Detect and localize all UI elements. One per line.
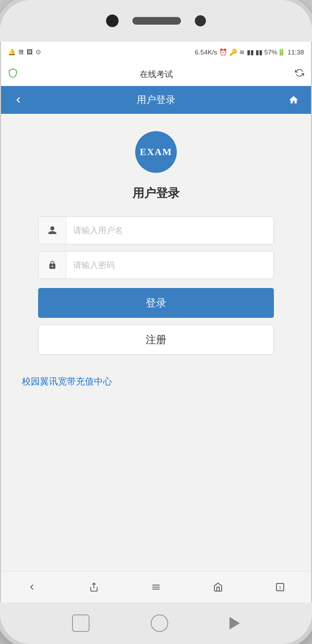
nav-bar: 用户登录 bbox=[1, 86, 311, 114]
login-button[interactable]: 登录 bbox=[38, 288, 274, 318]
browser-bar: 1 bbox=[1, 571, 311, 602]
shield-icon bbox=[8, 68, 18, 80]
nav-title: 用户登录 bbox=[137, 93, 175, 107]
user-icon bbox=[38, 217, 66, 244]
battery-level: 57% bbox=[264, 49, 277, 56]
register-button[interactable]: 注册 bbox=[38, 325, 274, 355]
home-button[interactable] bbox=[285, 91, 303, 109]
image-icon: 🖼 bbox=[27, 49, 33, 56]
logo-text: EXAM bbox=[140, 146, 172, 158]
svg-text:1: 1 bbox=[279, 585, 281, 589]
network-speed: 6.54K/s bbox=[195, 49, 217, 56]
url-text: 在线考试 bbox=[22, 69, 291, 80]
clock-icon: ⊙ bbox=[36, 48, 41, 56]
browser-share-button[interactable] bbox=[84, 577, 104, 598]
bottom-circle-btn bbox=[151, 615, 168, 632]
bottom-square-btn bbox=[72, 615, 89, 632]
screen: 🔔 微 🖼 ⊙ 6.54K/s ⏰ 🔑 ≋ ▮▮ ▮▮ 57%🔋 11:38 在… bbox=[0, 42, 312, 602]
status-center: 6.54K/s ⏰ 🔑 ≋ ▮▮ ▮▮ 57%🔋 11:38 bbox=[195, 48, 304, 56]
login-form: 登录 注册 bbox=[38, 217, 274, 355]
lock-icon bbox=[38, 252, 66, 279]
browser-tabs-button[interactable]: 1 bbox=[270, 577, 291, 598]
password-input[interactable] bbox=[66, 252, 274, 279]
app-logo: EXAM bbox=[135, 131, 177, 173]
username-input-group bbox=[38, 217, 274, 244]
speaker bbox=[132, 17, 181, 25]
bottom-triangle-btn bbox=[229, 617, 240, 629]
weibo-icon: 微 bbox=[18, 49, 24, 56]
back-button[interactable] bbox=[9, 91, 27, 109]
time: 11:38 bbox=[287, 49, 304, 56]
front-camera-icon bbox=[106, 15, 119, 27]
refresh-icon[interactable] bbox=[295, 68, 304, 80]
page-title: 用户登录 bbox=[132, 185, 180, 201]
phone-top bbox=[0, 0, 312, 42]
main-content: EXAM 用户登录 bbox=[1, 114, 311, 571]
url-bar: 在线考试 bbox=[1, 62, 311, 86]
browser-home-button[interactable] bbox=[208, 577, 228, 598]
status-bar: 🔔 微 🖼 ⊙ 6.54K/s ⏰ 🔑 ≋ ▮▮ ▮▮ 57%🔋 11:38 bbox=[1, 42, 311, 62]
status-left-icons: 🔔 微 🖼 ⊙ bbox=[8, 48, 41, 56]
footer-link[interactable]: 校园翼讯宽带充值中心 bbox=[22, 375, 112, 388]
notification-icon: 🔔 bbox=[8, 48, 16, 56]
status-icons: ⏰ 🔑 ≋ ▮▮ ▮▮ bbox=[219, 49, 264, 56]
camera-sensor-icon bbox=[195, 15, 206, 26]
phone-bottom bbox=[0, 602, 312, 644]
browser-menu-button[interactable] bbox=[146, 577, 166, 598]
username-input[interactable] bbox=[66, 217, 274, 244]
browser-back-button[interactable] bbox=[21, 577, 42, 598]
phone-frame: 🔔 微 🖼 ⊙ 6.54K/s ⏰ 🔑 ≋ ▮▮ ▮▮ 57%🔋 11:38 在… bbox=[0, 0, 312, 644]
password-input-group bbox=[38, 251, 274, 279]
